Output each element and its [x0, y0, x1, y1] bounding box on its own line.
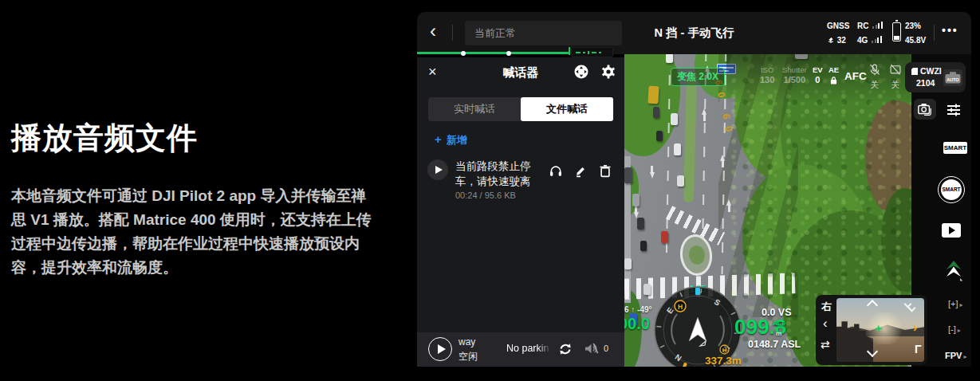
altitude-label: ALT — [773, 320, 785, 328]
fpv-mini-window[interactable]: 右 ‹ ⇄ + › Γ — [816, 295, 927, 365]
mic-off-icon — [868, 64, 881, 76]
vehicle — [666, 54, 673, 63]
storage-count: 2104 — [916, 78, 935, 88]
audio-item-play-button[interactable] — [427, 159, 448, 180]
vehicle — [643, 284, 651, 295]
home-distance-icon: H — [719, 344, 730, 355]
net-signal-icon — [872, 36, 882, 43]
gimbal-pitch-clipped: 6 ↑ -49° — [624, 305, 652, 314]
corner-bracket-icon[interactable]: Γ — [915, 343, 921, 355]
vehicle — [653, 107, 659, 118]
fpv-view-button[interactable]: FPV▸ — [945, 351, 966, 360]
edit-pencil-icon[interactable] — [573, 163, 588, 178]
hms-timeline[interactable] — [417, 52, 569, 54]
battery-status[interactable]: 23% 45.8V — [905, 19, 926, 48]
settings-gear-icon[interactable] — [600, 64, 616, 80]
swap-view-icon[interactable]: ⇄ — [821, 338, 830, 351]
camera-settings-sliders-icon[interactable] — [946, 102, 962, 118]
vehicle — [640, 241, 647, 251]
player-play-button[interactable] — [428, 337, 452, 361]
svg-text:AUTO: AUTO — [947, 77, 959, 82]
add-label: 新增 — [447, 134, 467, 146]
vehicle — [674, 143, 681, 155]
focus-mode-button[interactable]: AFC — [844, 70, 867, 82]
playback-button[interactable] — [942, 223, 961, 238]
net-signal-row: 4G — [857, 33, 883, 48]
top-status-bar: ‹ 当前正常 N 挡 - 手动飞行 GNSS 32 RC — [417, 12, 971, 54]
gimbal-dpad-icon[interactable] — [573, 64, 589, 80]
mute-speaker-icon[interactable] — [584, 342, 600, 358]
screen-off-icon — [889, 64, 902, 76]
battery-percent: 23% — [905, 19, 926, 33]
vehicle — [647, 86, 659, 104]
ev-readout[interactable]: EV0 — [813, 65, 823, 85]
timeline-tick — [569, 47, 570, 55]
asl-readout: 0148.7 ASL — [748, 339, 801, 350]
loop-repeat-icon[interactable] — [557, 341, 573, 357]
rc-signal-row: RC — [857, 19, 883, 33]
vehicle — [656, 131, 663, 141]
audio-item-meta: 00:24 / 95.6 KB — [455, 190, 516, 200]
home-distance: 337.3m — [705, 355, 742, 367]
lane-arrow — [720, 155, 725, 161]
storage-status[interactable]: CWZI 2104 AUTO — [905, 62, 966, 92]
shutter-readout: Shutter1/500 — [782, 65, 807, 85]
more-menu-button[interactable]: ••• — [942, 24, 958, 37]
add-file-button[interactable]: +新增 — [435, 132, 467, 147]
rc-label: RC — [857, 22, 868, 30]
net-label: 4G — [857, 36, 868, 45]
ae-lock[interactable]: AE — [828, 65, 839, 85]
screen-off-toggle[interactable]: 关 — [889, 64, 902, 91]
caret-icon: ▸ — [958, 327, 961, 334]
gnss-status[interactable]: GNSS 32 — [827, 19, 849, 48]
dji-pilot-app-window: ‹ 当前正常 N 挡 - 手动飞行 GNSS 32 RC — [417, 12, 971, 375]
vehicle — [637, 218, 644, 230]
home-point-badge: H — [678, 303, 683, 311]
rc-signal-icon — [872, 22, 883, 29]
smart-button-label: SMART — [941, 179, 962, 200]
storage-row: CWZI — [911, 66, 942, 76]
panel-title: 喊话器 — [417, 65, 624, 81]
player-track-line1: way — [459, 336, 475, 348]
smart-tag: SMART — [943, 142, 967, 154]
caret-icon: ▸ — [960, 301, 963, 308]
page-description: 本地音频文件可通过 DJI Pilot 2 app 导入并传输至禅思 V1 播放… — [11, 184, 372, 280]
expand-chevron[interactable]: › — [913, 320, 917, 335]
megaphone-tabs: 实时喊话 文件喊话 — [428, 97, 613, 121]
megaphone-panel: × 喊话器 实时喊话 文件 — [417, 57, 624, 367]
timeline-marker-box — [571, 47, 613, 57]
capture-mode-button[interactable] — [914, 99, 936, 120]
gnss-count-row: 32 — [827, 33, 849, 48]
zoom-value: 2.0X — [699, 71, 718, 82]
gimbal-side-label[interactable]: 右 — [821, 300, 832, 314]
lane-arrow — [702, 108, 706, 115]
delete-trash-icon[interactable] — [598, 163, 612, 178]
aircraft-icon[interactable] — [945, 259, 962, 281]
sd-card-icon — [911, 68, 918, 75]
zoom-label: 变焦 — [677, 71, 696, 82]
battery-voltage: 45.8V — [905, 33, 926, 48]
page-title: 播放音频文件 — [11, 118, 386, 159]
link-status[interactable]: RC 4G — [857, 19, 883, 48]
vehicle — [624, 167, 632, 183]
zoom-level-tag[interactable]: 变焦 2.0X — [671, 68, 725, 86]
tab-file-shout[interactable]: 文件喊话 — [521, 97, 613, 121]
speed-clipped: 00.0 — [624, 315, 650, 333]
tab-realtime-shout[interactable]: 实时喊话 — [428, 97, 521, 121]
iso-readout: ISO130 — [760, 65, 774, 85]
camera-capture-icon — [916, 101, 934, 117]
median-strip — [683, 73, 697, 202]
smart-capture-button[interactable]: SMART — [938, 176, 965, 203]
mic-off-toggle[interactable]: 关 — [868, 64, 881, 91]
plus-icon: + — [435, 132, 442, 146]
preview-headphones-icon[interactable] — [549, 163, 563, 178]
map-zoom-out-button[interactable]: [-]▸ — [948, 324, 961, 334]
collapse-chevron[interactable]: ‹ — [823, 316, 828, 332]
vehicle — [671, 113, 678, 125]
audio-item-name: 当前路段禁止停车，请快速驶离 — [455, 159, 543, 189]
map-zoom-in-button[interactable]: [+]▸ — [948, 299, 963, 308]
svg-text:H: H — [722, 347, 726, 354]
player-track-line2: 空闲 — [459, 350, 478, 363]
timeline-dot — [461, 51, 466, 56]
timeline-dot — [506, 51, 511, 56]
